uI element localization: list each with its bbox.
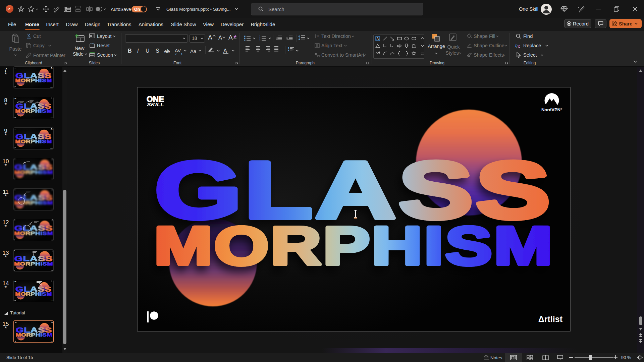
svg-text:A: A xyxy=(377,37,379,41)
svg-text:A: A xyxy=(317,34,319,38)
svg-text:c: c xyxy=(518,44,520,48)
svg-text:b: b xyxy=(515,43,518,48)
svg-text:3: 3 xyxy=(259,39,261,41)
svg-text:P: P xyxy=(8,7,10,11)
